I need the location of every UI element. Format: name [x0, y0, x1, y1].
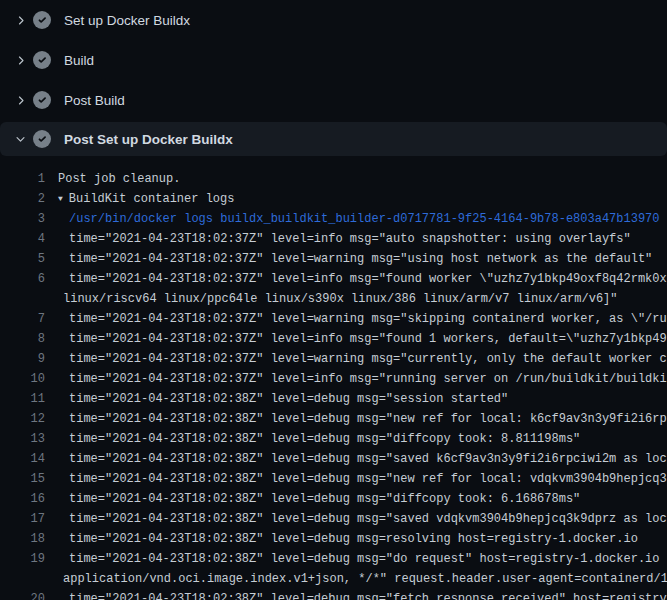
- log-line-text: time="2021-04-23T18:02:37Z" level=info m…: [69, 369, 667, 389]
- log-line-text: linux/riscv64 linux/ppc64le linux/s390x …: [63, 289, 618, 309]
- log-line-number[interactable]: 18: [0, 529, 45, 549]
- step-label: Post Build: [64, 93, 125, 108]
- check-circle-icon: [33, 91, 51, 109]
- log-line-text: time="2021-04-23T18:02:37Z" level=warnin…: [69, 349, 667, 369]
- log-panel: 1 Post job cleanup. 2 ▼BuildKit containe…: [0, 156, 667, 600]
- log-line-text[interactable]: ▼BuildKit container logs: [58, 189, 234, 209]
- log-line-text: time="2021-04-23T18:02:38Z" level=debug …: [69, 389, 508, 409]
- log-line: 4 time="2021-04-23T18:02:37Z" level=info…: [0, 229, 667, 249]
- log-line-number[interactable]: 3: [0, 209, 45, 229]
- log-line-number[interactable]: 20: [0, 589, 45, 600]
- log-line-text: time="2021-04-23T18:02:37Z" level=info m…: [69, 229, 631, 249]
- log-line-text: time="2021-04-23T18:02:38Z" level=debug …: [69, 489, 580, 509]
- step-row[interactable]: Post Set up Docker Buildx: [0, 122, 667, 156]
- log-line-number[interactable]: 17: [0, 509, 45, 529]
- log-line: 12 time="2021-04-23T18:02:38Z" level=deb…: [0, 409, 667, 429]
- log-line: 17 time="2021-04-23T18:02:38Z" level=deb…: [0, 509, 667, 529]
- step-row[interactable]: Set up Docker Buildx: [0, 0, 667, 40]
- log-line: 19 time="2021-04-23T18:02:38Z" level=deb…: [0, 549, 667, 569]
- chevron-right-icon: [12, 92, 28, 108]
- log-line-text: application/vnd.oci.image.index.v1+json,…: [63, 569, 667, 589]
- log-line: application/vnd.oci.image.index.v1+json,…: [0, 569, 667, 589]
- chevron-right-icon: [12, 52, 28, 68]
- check-circle-icon: [33, 11, 51, 29]
- check-circle-icon: [33, 130, 51, 148]
- log-line-text: time="2021-04-23T18:02:38Z" level=debug …: [69, 509, 667, 529]
- log-line-text: time="2021-04-23T18:02:38Z" level=debug …: [69, 549, 667, 569]
- log-line-text: time="2021-04-23T18:02:38Z" level=debug …: [69, 429, 580, 449]
- log-line-text: time="2021-04-23T18:02:38Z" level=debug …: [69, 409, 667, 429]
- chevron-down-icon: [12, 131, 28, 147]
- log-line-text: time="2021-04-23T18:02:38Z" level=debug …: [69, 469, 667, 489]
- log-line: 15 time="2021-04-23T18:02:38Z" level=deb…: [0, 469, 667, 489]
- log-line-number[interactable]: 13: [0, 429, 45, 449]
- log-line: 1 Post job cleanup.: [0, 169, 667, 189]
- step-label: Build: [64, 53, 94, 68]
- log-line-number[interactable]: 1: [0, 169, 45, 189]
- log-line-number[interactable]: 8: [0, 329, 45, 349]
- log-line-text: time="2021-04-23T18:02:37Z" level=warnin…: [69, 309, 667, 329]
- log-line-number[interactable]: 16: [0, 489, 45, 509]
- log-line-text: time="2021-04-23T18:02:38Z" level=debug …: [69, 449, 667, 469]
- log-line: 7 time="2021-04-23T18:02:37Z" level=warn…: [0, 309, 667, 329]
- log-line-number[interactable]: [0, 569, 45, 589]
- log-line: 5 time="2021-04-23T18:02:37Z" level=warn…: [0, 249, 667, 269]
- log-line-number[interactable]: 9: [0, 349, 45, 369]
- log-line: 20 time="2021-04-23T18:02:38Z" level=deb…: [0, 589, 667, 600]
- log-line-text: time="2021-04-23T18:02:37Z" level=warnin…: [69, 249, 652, 269]
- log-line: 2 ▼BuildKit container logs: [0, 189, 667, 209]
- log-line-number[interactable]: 2: [0, 189, 45, 209]
- log-line-number[interactable]: 6: [0, 269, 45, 289]
- step-row[interactable]: Post Build: [0, 80, 667, 120]
- log-line: 14 time="2021-04-23T18:02:38Z" level=deb…: [0, 449, 667, 469]
- log-line-text: time="2021-04-23T18:02:37Z" level=info m…: [69, 329, 667, 349]
- log-line: 11 time="2021-04-23T18:02:38Z" level=deb…: [0, 389, 667, 409]
- log-line: 16 time="2021-04-23T18:02:38Z" level=deb…: [0, 489, 667, 509]
- log-line-number[interactable]: 11: [0, 389, 45, 409]
- log-line-number[interactable]: [0, 289, 45, 309]
- log-line: 18 time="2021-04-23T18:02:38Z" level=deb…: [0, 529, 667, 549]
- log-line: 13 time="2021-04-23T18:02:38Z" level=deb…: [0, 429, 667, 449]
- log-line-text: Post job cleanup.: [58, 169, 180, 189]
- log-line: 9 time="2021-04-23T18:02:37Z" level=warn…: [0, 349, 667, 369]
- log-line: 3 /usr/bin/docker logs buildx_buildkit_b…: [0, 209, 667, 229]
- log-line: 8 time="2021-04-23T18:02:37Z" level=info…: [0, 329, 667, 349]
- log-line-number[interactable]: 5: [0, 249, 45, 269]
- step-label: Post Set up Docker Buildx: [64, 132, 233, 147]
- log-line-text: time="2021-04-23T18:02:38Z" level=debug …: [69, 529, 638, 549]
- check-circle-icon: [33, 51, 51, 69]
- log-line: 6 time="2021-04-23T18:02:37Z" level=info…: [0, 269, 667, 289]
- log-line-number[interactable]: 7: [0, 309, 45, 329]
- actions-log-viewer: Set up Docker Buildx Build Post Build Po…: [0, 0, 667, 600]
- log-line-number[interactable]: 15: [0, 469, 45, 489]
- log-line-text: /usr/bin/docker logs buildx_buildkit_bui…: [69, 209, 660, 229]
- steps-list: Set up Docker Buildx Build Post Build Po…: [0, 0, 667, 156]
- log-line-number[interactable]: 19: [0, 549, 45, 569]
- log-line-number[interactable]: 4: [0, 229, 45, 249]
- log-line-text: time="2021-04-23T18:02:37Z" level=info m…: [69, 269, 667, 289]
- step-label: Set up Docker Buildx: [64, 13, 190, 28]
- log-line-number[interactable]: 12: [0, 409, 45, 429]
- group-collapse-triangle-icon[interactable]: ▼: [58, 189, 63, 209]
- log-line-text: time="2021-04-23T18:02:38Z" level=debug …: [69, 589, 667, 600]
- log-line-number[interactable]: 14: [0, 449, 45, 469]
- chevron-right-icon: [12, 12, 28, 28]
- log-line: linux/riscv64 linux/ppc64le linux/s390x …: [0, 289, 667, 309]
- log-line: 10 time="2021-04-23T18:02:37Z" level=inf…: [0, 369, 667, 389]
- step-row[interactable]: Build: [0, 40, 667, 80]
- log-line-number[interactable]: 10: [0, 369, 45, 389]
